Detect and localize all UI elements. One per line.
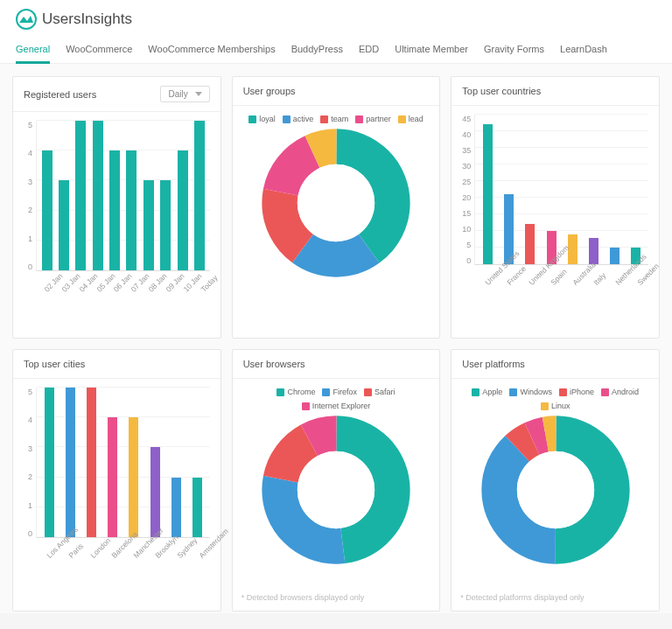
footnote-platforms: * Detected platforms displayed only [452,588,659,611]
bar [150,447,160,537]
card-title: Top user cities [24,359,85,369]
chart-registered-users: 54321002 Jan03 Jan04 Jan05 Jan06 Jan07 J… [20,121,214,304]
legend-swatch [541,402,549,410]
bar [172,478,181,537]
interval-select[interactable]: Daily [160,86,209,102]
bar [483,124,493,264]
legend-item: team [320,115,348,123]
card-registered-users: Registered users Daily 54321002 Jan03 Ja… [12,76,221,339]
dashboard-grid: Registered users Daily 54321002 Jan03 Ja… [0,64,672,613]
card-top-countries: Top user countries 454035302520151050Uni… [451,76,660,339]
bar [525,224,535,264]
legend-item: loyal [248,115,276,123]
legend-swatch [302,402,310,410]
legend-swatch [320,115,328,123]
legend-swatch [248,115,256,123]
tab-ultimate-member[interactable]: Ultimate Member [395,38,468,63]
bar [108,417,117,537]
bar [45,388,54,537]
footnote-browsers: * Detected browsers displayed only [233,588,440,611]
brand-icon [16,9,37,30]
brand-name: UsersInsights [42,10,132,28]
legend-item: active [283,115,314,123]
chart-top-countries: 454035302520151050United StatesFranceUni… [458,115,652,298]
legend-swatch [472,388,480,396]
legend-item: Firefox [322,388,357,396]
chart-user-platforms [481,416,630,564]
bar [66,388,75,537]
card-user-groups: User groups loyalactiveteampartnerlead [232,76,441,339]
bar [87,388,96,537]
tab-woocommerce-memberships[interactable]: WooCommerce Memberships [148,38,275,63]
legend-swatch [601,388,609,396]
bar [192,478,202,537]
card-top-cities: Top user cities 543210Los AngelesParisLo… [12,349,221,612]
legend-user-platforms: AppleWindowsiPhoneAndroidLinux [458,388,652,416]
legend-swatch [509,388,517,396]
tab-woocommerce[interactable]: WooCommerce [66,38,132,63]
legend-item: Linux [541,402,570,410]
legend-swatch [398,115,406,123]
tab-edd[interactable]: EDD [359,38,379,63]
legend-item: Safari [364,388,396,396]
chart-user-groups [262,129,410,277]
legend-swatch [322,388,330,396]
card-title: User browsers [243,359,305,369]
legend-item: partner [355,115,391,123]
legend-item: Apple [472,388,502,396]
svg-point-3 [516,451,593,528]
svg-point-1 [298,164,374,241]
brand-logo: UsersInsights [16,9,132,30]
bar [129,417,138,537]
legend-swatch [364,388,372,396]
bar [42,150,52,270]
legend-swatch [559,388,567,396]
card-user-browsers: User browsers ChromeFirefoxSafariInterne… [232,349,441,612]
bar [194,121,205,270]
legend-user-groups: loyalactiveteampartnerlead [245,115,427,129]
interval-select-value: Daily [168,89,187,99]
legend-item: Windows [509,388,552,396]
card-user-platforms: User platforms AppleWindowsiPhoneAndroid… [451,349,660,612]
bar [126,150,136,270]
bar [109,150,120,270]
legend-swatch [355,115,363,123]
svg-point-2 [298,451,374,528]
legend-item: iPhone [559,388,594,396]
legend-user-browsers: ChromeFirefoxSafariInternet Explorer [240,388,433,416]
bar [75,121,86,270]
chevron-down-icon [195,92,202,96]
card-title: Top user countries [462,86,541,96]
legend-item: lead [398,115,424,123]
card-title: Registered users [24,89,96,100]
legend-swatch [276,388,284,396]
bar [178,150,188,270]
tabs-nav: GeneralWooCommerceWooCommerce Membership… [0,33,672,64]
tab-general[interactable]: General [16,38,50,63]
tab-learndash[interactable]: LearnDash [560,38,607,63]
legend-item: Internet Explorer [302,402,371,410]
chart-user-browsers [262,416,410,564]
chart-top-cities: 543210Los AngelesParisLondonBarcelonaMan… [20,388,214,571]
legend-item: Chrome [276,388,315,396]
header: UsersInsights [0,0,672,33]
bar [144,180,154,270]
svg-point-0 [17,10,36,29]
bar [93,121,103,270]
tab-gravity-forms[interactable]: Gravity Forms [484,38,544,63]
bar [160,180,171,270]
tab-buddypress[interactable]: BuddyPress [291,38,343,63]
card-title: User platforms [462,359,525,369]
legend-item: Android [601,388,639,396]
card-title: User groups [243,86,296,96]
legend-swatch [283,115,290,123]
bar [610,248,620,264]
bar [59,180,69,270]
